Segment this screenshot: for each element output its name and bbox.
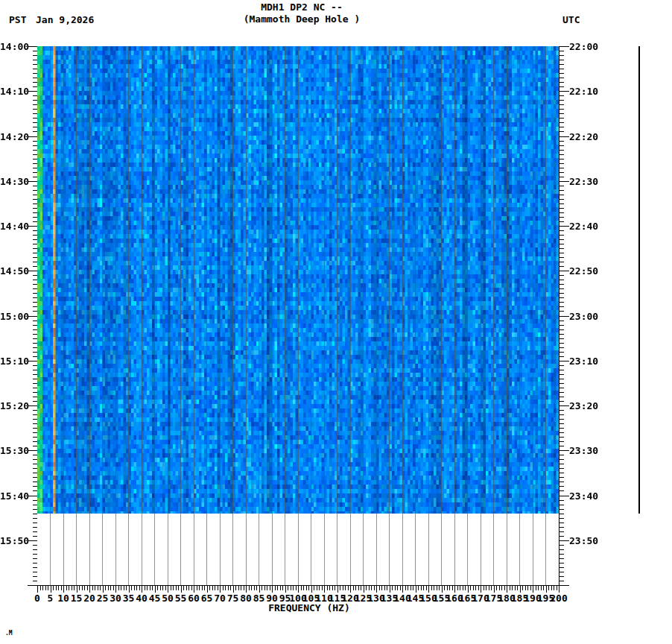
freq-tick: [314, 586, 314, 590]
time-label-right: 22:00: [569, 42, 606, 51]
time-tick-left: [33, 325, 37, 326]
time-tick-right: [560, 554, 564, 555]
time-tick-left: [33, 352, 37, 353]
freq-tick: [66, 586, 67, 590]
time-tick-right: [560, 347, 564, 348]
freq-tick: [202, 586, 203, 590]
time-tick-left: [33, 190, 37, 191]
freq-tick: [381, 586, 382, 590]
freq-tick: [353, 586, 354, 590]
freq-tick: [348, 586, 349, 590]
time-tick-left: [33, 365, 37, 366]
freq-tick: [171, 586, 171, 590]
freq-tick: [533, 586, 533, 593]
freq-tick: [157, 586, 158, 590]
freq-tick: [108, 586, 109, 590]
time-tick-right: [560, 141, 564, 142]
time-tick-left: [33, 172, 37, 173]
time-tick-right: [560, 473, 564, 473]
freq-tick: [233, 586, 234, 593]
frequency-gridline: [89, 46, 90, 585]
time-tick-left: [33, 154, 37, 155]
time-tick-right: [560, 51, 564, 51]
time-tick-right: [560, 262, 564, 262]
time-tick-right: [560, 414, 564, 415]
frequency-gridline: [102, 46, 103, 585]
time-tick-right: [560, 95, 564, 96]
time-tick-right: [560, 177, 564, 177]
frequency-gridline: [50, 46, 51, 585]
time-tick-right: [560, 82, 564, 83]
time-tick-left: [33, 127, 37, 127]
time-tick-right: [560, 374, 564, 375]
time-tick-left: [33, 338, 37, 339]
freq-tick: [329, 586, 330, 590]
frequency-gridline: [467, 46, 468, 585]
freq-tick: [212, 586, 213, 590]
time-tick-left: [33, 248, 37, 249]
time-tick-right: [560, 576, 564, 577]
freq-tick: [478, 586, 479, 590]
frequency-gridline: [63, 46, 64, 585]
frequency-gridline: [285, 46, 285, 585]
time-tick-left: [33, 505, 37, 505]
freq-tick: [439, 586, 440, 590]
freq-tick: [442, 586, 443, 593]
time-tick-right: [560, 131, 564, 132]
time-tick-left: [33, 109, 37, 110]
freq-tick: [183, 586, 184, 590]
time-label-right: 23:20: [569, 401, 606, 411]
time-tick-left: [33, 212, 37, 213]
freq-tick: [327, 586, 328, 590]
freq-tick: [332, 586, 333, 590]
freq-tick: [434, 586, 434, 590]
time-tick-right: [560, 496, 569, 496]
time-tick-left: [33, 329, 37, 330]
time-tick-right: [560, 104, 564, 105]
time-tick-left: [33, 500, 37, 501]
time-tick-right: [560, 271, 569, 271]
time-tick-right: [560, 572, 564, 572]
freq-tick: [291, 586, 291, 590]
time-tick-right: [560, 536, 564, 537]
freq-tick: [105, 586, 106, 590]
freq-tick: [423, 586, 424, 590]
time-tick-right: [560, 509, 564, 510]
time-tick-right: [560, 558, 564, 559]
freq-tick: [559, 586, 560, 593]
time-tick-left: [33, 235, 37, 236]
time-label-left: 14:30: [0, 177, 28, 186]
time-tick-right: [560, 397, 564, 397]
freq-tick: [118, 586, 119, 590]
time-tick-right: [560, 505, 564, 505]
time-tick-right: [560, 477, 564, 478]
freq-tick: [369, 586, 370, 590]
time-tick-left: [33, 423, 37, 424]
time-tick-left: [33, 78, 37, 78]
freq-tick: [72, 586, 72, 590]
freq-tick: [188, 586, 189, 590]
freq-tick: [207, 586, 208, 593]
time-tick-right: [560, 383, 564, 384]
freq-tick: [173, 586, 174, 590]
time-tick-right: [560, 464, 564, 464]
freq-tick: [244, 586, 244, 590]
freq-tick: [452, 586, 453, 590]
time-tick-left: [33, 311, 37, 312]
freq-tick: [491, 586, 492, 590]
freq-tick-label: 5: [48, 593, 54, 603]
freq-tick: [350, 586, 351, 593]
time-tick-right: [560, 248, 564, 249]
time-tick-right: [560, 486, 564, 487]
time-tick-right: [560, 441, 564, 442]
freq-tick: [110, 586, 111, 590]
frequency-gridline: [180, 46, 181, 585]
time-label-left: 14:20: [0, 132, 28, 142]
freq-tick: [235, 586, 236, 590]
frequency-gridline: [128, 46, 129, 585]
freq-tick: [176, 586, 177, 590]
time-tick-left: [33, 69, 37, 69]
freq-tick: [416, 586, 416, 593]
time-tick-left: [33, 563, 37, 564]
time-tick-left: [33, 306, 37, 307]
